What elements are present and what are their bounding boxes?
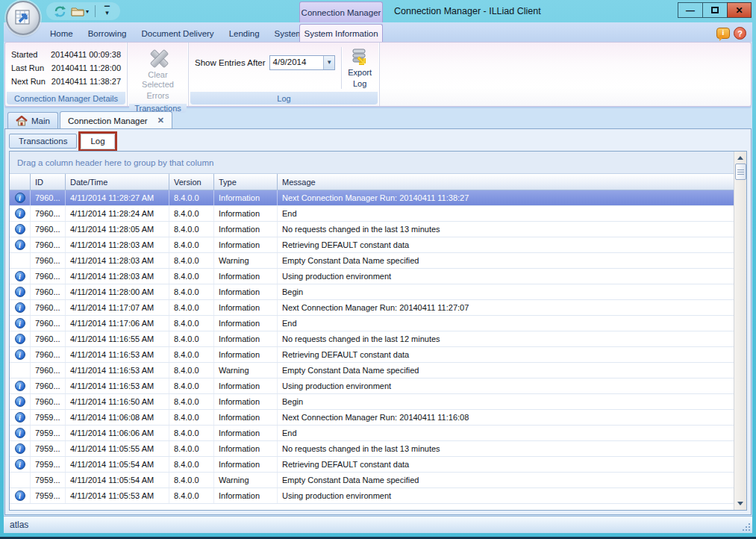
cell-datetime: 4/11/2014 11:16:50 AM [66,394,169,409]
cell-id: 7959... [31,426,66,440]
annotation-highlight-box: Log [78,131,116,152]
cell-id: 7960... [31,378,66,393]
document-tab-main[interactable]: Main [7,112,58,129]
log-row[interactable]: i 7960... 4/11/2014 11:28:27 AM 8.4.0.0 … [10,190,734,206]
scroll-down-button[interactable] [735,498,746,510]
column-header-message[interactable]: Message [278,174,734,190]
log-row[interactable]: i 7959... 4/11/2014 11:06:06 AM 8.4.0.0 … [10,426,734,441]
ribbon-tabs: Home Borrowing Document Delivery Lending… [43,25,310,42]
cell-type: Information [214,457,278,472]
folder-dropdown-arrow[interactable]: ▾ [86,8,89,15]
groupby-panel[interactable]: Drag a column header here to group by th… [10,152,734,174]
log-row[interactable]: i 7960... 4/11/2014 11:16:55 AM 8.4.0.0 … [10,331,734,347]
log-row[interactable]: i 7960... 4/11/2014 11:16:53 AM 8.4.0.0 … [10,347,734,363]
export-log-button[interactable]: Export Log [345,46,375,90]
ribbon-tab-lending[interactable]: Lending [222,25,267,42]
ribbon-tab-borrowing[interactable]: Borrowing [81,25,134,42]
information-icon: i [15,208,25,219]
log-row[interactable]: i 7960... 4/11/2014 11:28:00 AM 8.4.0.0 … [10,284,734,300]
ribbon-tab-document-delivery[interactable]: Document Delivery [134,25,221,42]
log-grid-main: Drag a column header here to group by th… [10,152,734,510]
ribbon-tab-system-information[interactable]: System Information [299,24,383,42]
view-tab-log[interactable]: Log [81,134,114,149]
cell-type: Information [214,347,278,362]
information-icon: i [15,240,25,250]
information-icon: i [15,412,25,423]
log-row[interactable]: i 7960... 4/11/2014 11:28:05 AM 8.4.0.0 … [10,222,734,237]
log-row[interactable]: i 7960... 4/11/2014 11:28:03 AM 8.4.0.0 … [10,237,734,253]
last-run-value: 20140411 11:28:00 [51,63,121,72]
cell-version: 8.4.0.0 [169,378,214,393]
cell-id: 7960... [31,206,66,221]
cell-message: Using production environment [278,488,734,503]
clear-selected-errors-button[interactable]: Clear Selected Errors [132,45,184,102]
column-header-datetime[interactable]: Date/Time [66,174,169,190]
row-type-icon-cell: i [10,378,31,393]
information-icon: i [15,287,25,297]
information-icon: i [15,334,25,344]
close-button[interactable]: ✕ [727,2,752,18]
refresh-icon[interactable] [54,5,66,18]
column-header-type[interactable]: Type [214,174,278,190]
log-row[interactable]: i 7959... 4/11/2014 11:05:54 AM 8.4.0.0 … [10,457,734,473]
cell-version: 8.4.0.0 [169,347,214,362]
next-run-value: 20140411 11:38:27 [51,77,121,86]
cell-version: 8.4.0.0 [169,269,214,284]
scroll-up-button[interactable] [735,152,746,163]
log-row[interactable]: i 7960... 4/11/2014 11:16:53 AM 8.4.0.0 … [10,378,734,394]
help-icon[interactable]: ? [734,27,746,40]
document-tab-connection-manager[interactable]: Connection Manager ✕ [60,111,172,129]
maximize-button[interactable] [702,2,727,18]
cell-version: 8.4.0.0 [169,331,214,346]
detail-last-run: Last Run 20140411 11:28:00 [10,63,122,72]
log-row[interactable]: i 7960... 4/11/2014 11:16:50 AM 8.4.0.0 … [10,394,734,410]
log-row[interactable]: i 7959... 4/11/2014 11:05:53 AM 8.4.0.0 … [10,488,734,504]
titlebar: ▾ ▔▾ Connection Manager Connection Manag… [0,0,756,22]
cell-type: Information [214,488,278,503]
log-row[interactable]: i 7959... 4/11/2014 11:06:08 AM 8.4.0.0 … [10,410,734,426]
log-grid: Drag a column header here to group by th… [9,151,747,511]
minimize-button[interactable]: — [678,2,702,18]
application-menu-button[interactable] [6,1,40,35]
log-row[interactable]: i 7960... 4/11/2014 11:28:03 AM 8.4.0.0 … [10,269,734,284]
group-caption-details: Connection Manager Details [7,92,125,105]
combo-dropdown-arrow-icon[interactable]: ▼ [323,56,334,69]
column-header-version[interactable]: Version [169,174,214,190]
log-row[interactable]: 7960... 4/11/2014 11:16:53 AM 8.4.0.0 Wa… [10,363,734,378]
cell-message: Empty Constant Data Name specified [278,253,734,268]
cell-version: 8.4.0.0 [169,222,214,237]
tab-close-icon[interactable]: ✕ [157,116,164,125]
ribbon-tab-home[interactable]: Home [43,25,81,42]
cell-datetime: 4/11/2014 11:28:03 AM [66,253,169,268]
column-header-id[interactable]: ID [31,174,66,190]
log-row[interactable]: 7959... 4/11/2014 11:05:54 AM 8.4.0.0 Wa… [10,473,734,488]
scrollbar-thumb[interactable] [735,163,746,180]
log-row[interactable]: i 7960... 4/11/2014 11:17:07 AM 8.4.0.0 … [10,300,734,316]
log-row[interactable]: i 7960... 4/11/2014 11:28:24 AM 8.4.0.0 … [10,206,734,222]
view-tab-bar: Transactions Log [9,132,747,150]
about-info-icon[interactable]: i [716,28,730,39]
log-row[interactable]: i 7959... 4/11/2014 11:05:55 AM 8.4.0.0 … [10,441,734,457]
cell-version: 8.4.0.0 [169,410,214,425]
window-title: Connection Manager - ILLiad Client [394,0,541,22]
application-icon [13,8,33,28]
cell-id: 7960... [31,222,66,237]
log-row[interactable]: i 7960... 4/11/2014 11:17:06 AM 8.4.0.0 … [10,316,734,331]
cell-message: Next Connection Manager Run: 20140411 11… [278,300,734,315]
cell-version: 8.4.0.0 [169,488,214,503]
show-entries-date-combobox[interactable]: 4/9/2014 ▼ [269,55,336,70]
information-icon: i [15,302,25,313]
cell-message: Begin [278,284,734,299]
information-icon: i [15,396,25,407]
row-type-icon-cell: i [10,316,31,331]
qat-customize-icon[interactable]: ▔▾ [101,7,113,16]
folder-icon[interactable]: ▾ [71,6,89,17]
column-header-indicator[interactable] [10,174,31,190]
view-tab-transactions[interactable]: Transactions [9,134,77,149]
resize-grip[interactable] [741,522,751,532]
vertical-scrollbar[interactable] [734,152,746,510]
log-row[interactable]: 7960... 4/11/2014 11:28:03 AM 8.4.0.0 Wa… [10,253,734,269]
cell-message: Retrieving DEFAULT constant data [278,237,734,252]
cell-version: 8.4.0.0 [169,316,214,331]
cell-message: End [278,426,734,440]
